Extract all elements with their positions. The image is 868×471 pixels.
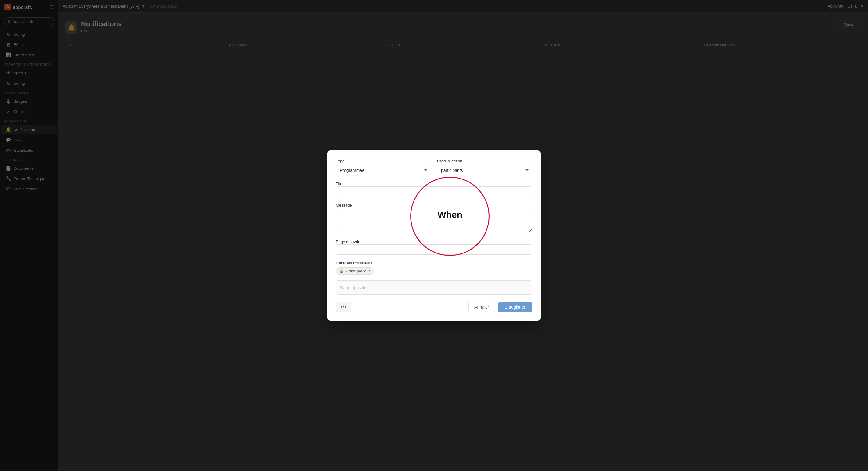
save-button[interactable]: Enregistrer (498, 302, 532, 312)
type-select[interactable]: Programmée Immédiate Conditionnelle (336, 165, 431, 175)
user-collection-field: userCollection participants speakers all (437, 159, 532, 175)
sending-date-wrap (336, 280, 532, 295)
code-button[interactable]: </> (336, 302, 351, 312)
type-label: Type (336, 159, 431, 163)
titre-field: Titre (336, 181, 532, 197)
filter-label: Filtrer les utilisateurs (336, 261, 372, 265)
message-textarea[interactable] (336, 208, 532, 232)
modal-footer: </> Annuler Enregistrer (336, 302, 532, 312)
modal-overlay[interactable]: Type Programmée Immédiate Conditionnelle… (0, 0, 868, 471)
titre-input[interactable] (336, 187, 532, 197)
page-ouvrir-input[interactable] (336, 244, 532, 255)
user-collection-select[interactable]: participants speakers all (437, 165, 532, 175)
filter-tag-text: Visible par tous (345, 269, 370, 273)
page-ouvrir-field: Page à ouvrir (336, 239, 532, 255)
modal-dialog: Type Programmée Immédiate Conditionnelle… (327, 150, 541, 321)
user-collection-label: userCollection (437, 159, 532, 163)
lock-icon: 🔒 (339, 269, 344, 273)
message-label: Message (336, 203, 352, 207)
message-field: Message (336, 202, 532, 233)
footer-right: Annuler Enregistrer (468, 302, 532, 312)
sending-date-input[interactable] (336, 280, 532, 295)
type-field: Type Programmée Immédiate Conditionnelle (336, 159, 431, 175)
modal-row-type: Type Programmée Immédiate Conditionnelle… (336, 159, 532, 175)
titre-label: Titre (336, 181, 344, 186)
page-ouvrir-label: Page à ouvrir (336, 239, 359, 244)
filter-field: Filtrer les utilisateurs 🔒 Visible par t… (336, 260, 532, 275)
filter-tag[interactable]: 🔒 Visible par tous (336, 268, 374, 275)
sending-date-field: When (336, 280, 532, 295)
cancel-button[interactable]: Annuler (468, 302, 495, 312)
